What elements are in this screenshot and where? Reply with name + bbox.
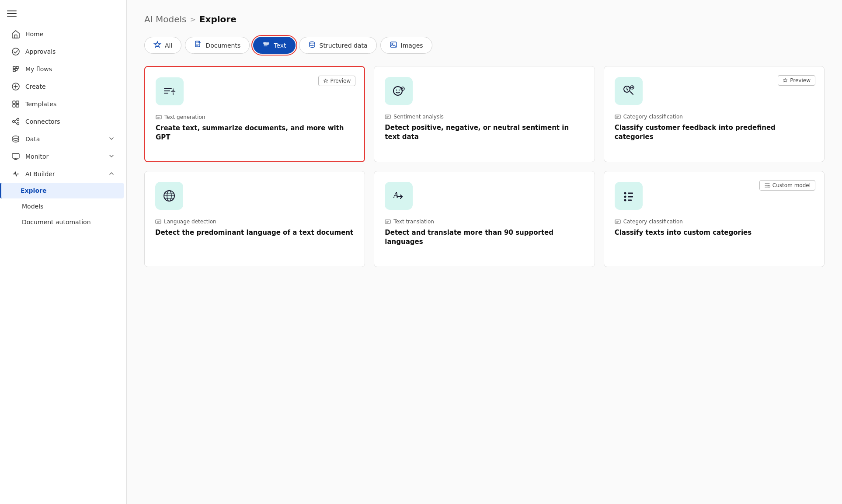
svg-point-15 <box>310 42 315 44</box>
card-icon-wrap <box>155 182 183 210</box>
sentiment-icon <box>391 83 407 99</box>
card-type-label: Sentiment analysis <box>393 114 443 120</box>
tab-text[interactable]: T Text <box>253 37 295 54</box>
sidebar-item-templates[interactable]: Templates <box>3 95 124 113</box>
data-icon <box>11 135 20 143</box>
card-badge-preview-2: Preview <box>778 75 815 86</box>
card-type-label: Category classification <box>623 219 683 225</box>
flows-icon <box>11 65 20 73</box>
tab-all-label: All <box>165 42 172 49</box>
ai-builder-chevron-icon <box>108 170 115 178</box>
svg-rect-6 <box>16 104 19 107</box>
sidebar-item-explore[interactable]: Explore <box>0 183 124 198</box>
card-text-generation[interactable]: Preview Text generation Create text, sum… <box>144 66 365 162</box>
sidebar-label-approvals: Approvals <box>25 48 56 55</box>
breadcrumb-separator: > <box>190 15 195 24</box>
svg-rect-37 <box>628 200 632 201</box>
svg-rect-0 <box>14 35 17 38</box>
tab-all[interactable]: All <box>144 37 181 54</box>
ai-builder-icon <box>11 170 20 178</box>
data-chevron-icon <box>108 135 115 143</box>
translation-icon: A <box>391 188 407 204</box>
svg-rect-3 <box>13 101 15 104</box>
sidebar-item-data[interactable]: Data <box>3 130 124 148</box>
tab-images[interactable]: Images <box>380 37 432 54</box>
tab-structured-data[interactable]: Structured data <box>299 37 377 54</box>
svg-point-1 <box>12 48 19 55</box>
card-type-label: Text translation <box>393 219 434 225</box>
svg-rect-4 <box>16 101 19 104</box>
card-icon-wrap <box>385 77 413 105</box>
sidebar-item-ai-builder[interactable]: AI Builder <box>3 165 124 183</box>
card-title: Classify customer feedback into predefin… <box>615 123 814 142</box>
text-gen-icon <box>162 83 177 99</box>
sidebar-label-models: Models <box>22 203 43 210</box>
home-icon <box>11 30 20 38</box>
list-classify-icon <box>621 188 637 204</box>
tab-images-label: Images <box>401 42 423 49</box>
star-icon <box>153 41 161 50</box>
text-icon: T <box>262 41 270 50</box>
sidebar-item-approvals[interactable]: Approvals <box>3 43 124 60</box>
svg-text:A: A <box>393 191 399 199</box>
sidebar-label-connectors: Connectors <box>25 118 60 125</box>
sidebar-item-create[interactable]: Create <box>3 78 124 95</box>
sidebar-label-my-flows: My flows <box>25 66 52 73</box>
category-icon <box>621 83 637 99</box>
card-sentiment-analysis[interactable]: Sentiment analysis Detect positive, nega… <box>374 66 595 162</box>
sidebar-label-create: Create <box>25 83 46 90</box>
sidebar-item-document-automation[interactable]: Document automation <box>3 214 124 230</box>
card-icon-wrap <box>615 77 643 105</box>
card-type: Language detection <box>155 219 354 225</box>
card-title: Detect and translate more than 90 suppor… <box>385 228 584 247</box>
svg-point-20 <box>396 90 397 90</box>
tab-text-label: Text <box>274 42 286 49</box>
svg-point-8 <box>17 118 19 121</box>
sidebar: Home Approvals My flows Create Templates… <box>0 0 127 504</box>
hamburger-menu[interactable] <box>0 3 126 25</box>
svg-rect-11 <box>12 153 19 158</box>
card-icon-wrap <box>615 182 643 210</box>
image-icon <box>390 41 397 50</box>
card-category-classification-1[interactable]: Preview Category classification Classify… <box>604 66 825 162</box>
main-content: AI Models > Explore All Documents T Text <box>127 0 842 504</box>
sidebar-item-home[interactable]: Home <box>3 25 124 43</box>
card-language-detection[interactable]: Language detection Detect the predominan… <box>144 171 365 267</box>
card-type: Text translation <box>385 219 584 225</box>
svg-point-9 <box>17 123 19 125</box>
card-badge-custom: Custom model <box>759 180 815 191</box>
sidebar-item-connectors[interactable]: Connectors <box>3 113 124 130</box>
svg-rect-35 <box>628 193 633 194</box>
badge-label: Preview <box>790 77 811 83</box>
sidebar-label-home: Home <box>25 31 43 38</box>
breadcrumb-parent: AI Models <box>144 14 186 24</box>
card-text-translation[interactable]: A Text translation Detect and translate … <box>374 171 595 267</box>
svg-point-7 <box>13 121 15 123</box>
monitor-icon <box>11 152 20 161</box>
sidebar-item-models[interactable]: Models <box>3 198 124 214</box>
card-title: Detect the predominant language of a tex… <box>155 228 354 237</box>
card-title: Detect positive, negative, or neutral se… <box>385 123 584 142</box>
svg-point-38 <box>768 185 770 188</box>
tab-documents[interactable]: Documents <box>185 37 250 54</box>
create-icon <box>11 82 20 91</box>
card-category-classification-2[interactable]: Custom model Category classification Cla… <box>604 171 825 267</box>
sidebar-item-my-flows[interactable]: My flows <box>3 60 124 78</box>
card-type: Sentiment analysis <box>385 114 584 120</box>
document-icon <box>194 41 202 50</box>
database-icon <box>308 41 316 50</box>
cards-grid: Preview Text generation Create text, sum… <box>144 66 825 267</box>
connectors-icon <box>11 117 20 126</box>
breadcrumb: AI Models > Explore <box>144 14 825 24</box>
svg-point-34 <box>624 199 626 202</box>
approvals-icon <box>11 47 20 56</box>
monitor-chevron-icon <box>108 153 115 161</box>
sidebar-label-monitor: Monitor <box>25 153 49 160</box>
filter-tabs: All Documents T Text Structured data <box>144 37 825 54</box>
card-type: Category classification <box>615 114 814 120</box>
templates-icon <box>11 100 20 108</box>
svg-rect-5 <box>13 104 15 107</box>
card-icon-wrap <box>156 77 184 105</box>
svg-point-33 <box>624 196 626 198</box>
sidebar-item-monitor[interactable]: Monitor <box>3 148 124 165</box>
